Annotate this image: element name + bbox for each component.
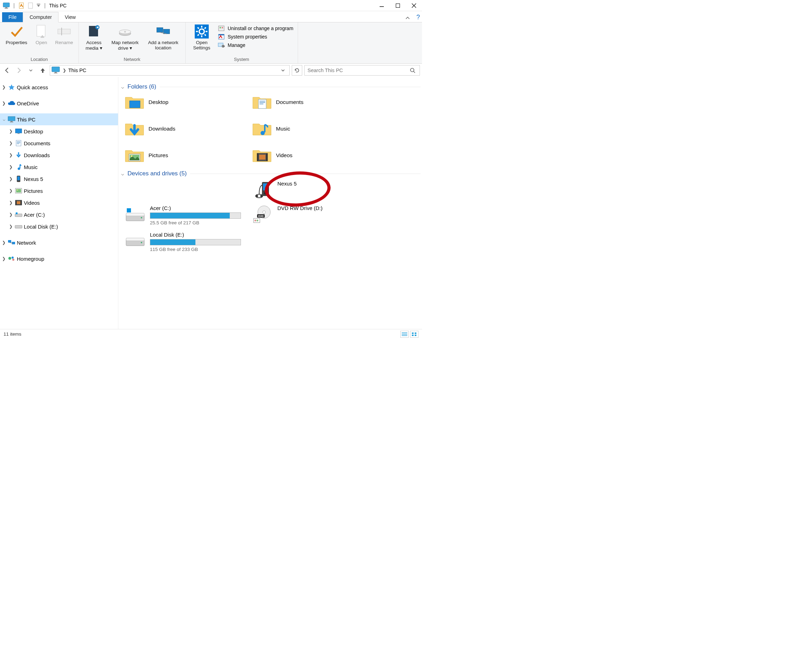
chevron-right-icon[interactable]: ❯	[8, 152, 14, 158]
recent-locations-button[interactable]	[26, 65, 36, 75]
properties-button[interactable]: Properties	[3, 24, 30, 45]
rename-button[interactable]: Rename	[52, 24, 76, 45]
chevron-right-icon[interactable]: ❯	[8, 176, 14, 181]
folder-desktop[interactable]: Desktop	[125, 94, 251, 111]
chevron-right-icon[interactable]: ❯	[8, 224, 14, 229]
pc-icon	[7, 116, 16, 123]
group-header-devices[interactable]: ⌵ Devices and drives (5)	[121, 170, 421, 177]
tree-desktop[interactable]: ❯Desktop	[0, 125, 118, 137]
drive-acer-c[interactable]: Acer (C:) 25.5 GB free of 217 GB	[125, 205, 251, 225]
group-header-folders[interactable]: ⌵ Folders (6)	[121, 83, 421, 90]
svg-line-24	[198, 27, 199, 29]
tab-file[interactable]: File	[2, 12, 23, 22]
tree-music[interactable]: ❯Music	[0, 161, 118, 173]
search-box[interactable]	[304, 65, 420, 75]
refresh-button[interactable]	[292, 65, 302, 75]
tree-local-e[interactable]: ❯Local Disk (E:)	[0, 221, 118, 232]
content-pane: ⌵ Folders (6) Desktop Documents Download…	[118, 77, 422, 329]
svg-point-87	[264, 192, 267, 194]
tree-nexus5[interactable]: ❯Nexus 5	[0, 173, 118, 185]
qat-properties-icon[interactable]	[17, 2, 26, 10]
uninstall-program-button[interactable]: Uninstall or change a program	[217, 25, 295, 32]
svg-rect-37	[55, 72, 57, 73]
access-media-button[interactable]: Access media ▾	[82, 24, 106, 51]
search-icon[interactable]	[410, 67, 420, 73]
tree-downloads[interactable]: ❯Downloads	[0, 149, 118, 161]
chevron-right-icon[interactable]: ❯	[8, 164, 14, 169]
chevron-right-icon[interactable]: ❯	[1, 85, 7, 90]
view-details-button[interactable]	[400, 331, 409, 338]
folder-documents[interactable]: Documents	[252, 94, 378, 111]
open-settings-button[interactable]: Open Settings	[188, 24, 215, 50]
network-icon	[7, 239, 16, 246]
tree-onedrive[interactable]: ❯ OneDrive	[0, 97, 118, 109]
separator: |	[42, 2, 48, 9]
chevron-right-icon[interactable]: ❯	[8, 200, 14, 205]
chevron-down-icon[interactable]: ⌵	[121, 171, 124, 176]
ribbon-body: Properties Open Rename Location	[0, 22, 422, 64]
tree-videos[interactable]: ❯Videos	[0, 197, 118, 209]
help-button[interactable]: ?	[414, 13, 422, 22]
drive-acer-c-label: Acer (C:)	[150, 205, 251, 211]
download-arrow-icon	[14, 151, 23, 159]
device-nexus5[interactable]: Nexus 5	[252, 181, 378, 199]
svg-rect-44	[15, 129, 22, 133]
tree-documents[interactable]: ❯Documents	[0, 137, 118, 149]
svg-rect-90	[127, 208, 131, 213]
minimize-button[interactable]	[374, 0, 390, 11]
forward-button[interactable]	[14, 65, 24, 75]
ribbon-collapse-button[interactable]	[401, 14, 414, 22]
chevron-right-icon[interactable]: ❯	[8, 129, 14, 134]
chevron-right-icon[interactable]: ❯	[8, 212, 14, 217]
tree-acer-c[interactable]: ❯Acer (C:)	[0, 209, 118, 221]
drive-local-e-usage-bar	[150, 239, 241, 245]
breadcrumb-this-pc[interactable]: This PC	[68, 67, 87, 73]
tree-quick-access[interactable]: ❯ Quick access	[0, 81, 118, 93]
back-button[interactable]	[2, 65, 12, 75]
chevron-right-icon[interactable]: ❯	[8, 188, 14, 193]
chevron-right-icon[interactable]: ❯	[1, 256, 7, 261]
add-network-location-button[interactable]: Add a network location	[144, 24, 183, 50]
drive-local-e[interactable]: Local Disk (E:) 115 GB free of 233 GB	[125, 232, 251, 252]
breadcrumb-separator[interactable]: ❯	[60, 68, 68, 73]
svg-rect-35	[223, 46, 225, 47]
manage-button[interactable]: Manage	[217, 41, 295, 49]
address-dropdown-button[interactable]	[281, 68, 289, 72]
tree-network[interactable]: ❯Network	[0, 236, 118, 248]
maximize-button[interactable]	[390, 0, 406, 11]
svg-rect-59	[17, 201, 20, 204]
open-icon	[34, 25, 48, 39]
drive-local-e-label: Local Disk (E:)	[150, 232, 251, 238]
svg-line-26	[205, 27, 206, 29]
folder-videos[interactable]: Videos	[252, 147, 378, 164]
status-bar: 11 items	[0, 329, 422, 339]
map-network-drive-button[interactable]: Map network drive ▾	[107, 24, 143, 51]
open-button[interactable]: Open	[32, 24, 51, 45]
chevron-down-icon[interactable]: ⌵	[1, 117, 7, 122]
folder-music[interactable]: Music	[252, 121, 378, 137]
chevron-right-icon[interactable]: ❯	[1, 240, 7, 245]
tree-this-pc[interactable]: ⌵ This PC	[0, 113, 118, 125]
svg-rect-38	[54, 73, 57, 74]
chevron-right-icon[interactable]: ❯	[1, 101, 7, 106]
folder-music-icon	[252, 121, 272, 137]
drive-dvd[interactable]: DVD DVD RW Drive (D:)	[252, 205, 378, 225]
up-button[interactable]	[38, 65, 48, 75]
media-device-icon	[252, 181, 273, 199]
close-button[interactable]	[406, 0, 422, 11]
tree-pictures[interactable]: ❯Pictures	[0, 185, 118, 197]
qat-newfolder-icon[interactable]	[27, 2, 35, 10]
svg-rect-71	[260, 101, 265, 102]
tab-view[interactable]: View	[59, 12, 82, 22]
tab-computer[interactable]: Computer	[23, 12, 59, 22]
folder-downloads[interactable]: Downloads	[125, 121, 251, 137]
system-properties-button[interactable]: System properties	[217, 33, 295, 40]
qat-dropdown-icon[interactable]	[36, 2, 41, 10]
address-bar[interactable]: ❯ This PC	[50, 65, 290, 75]
tree-homegroup[interactable]: ❯Homegroup	[0, 253, 118, 265]
folder-pictures[interactable]: Pictures	[125, 147, 251, 164]
search-input[interactable]	[305, 67, 410, 73]
chevron-down-icon[interactable]: ⌵	[121, 84, 124, 90]
chevron-right-icon[interactable]: ❯	[8, 141, 14, 146]
view-large-icons-button[interactable]	[410, 331, 418, 338]
